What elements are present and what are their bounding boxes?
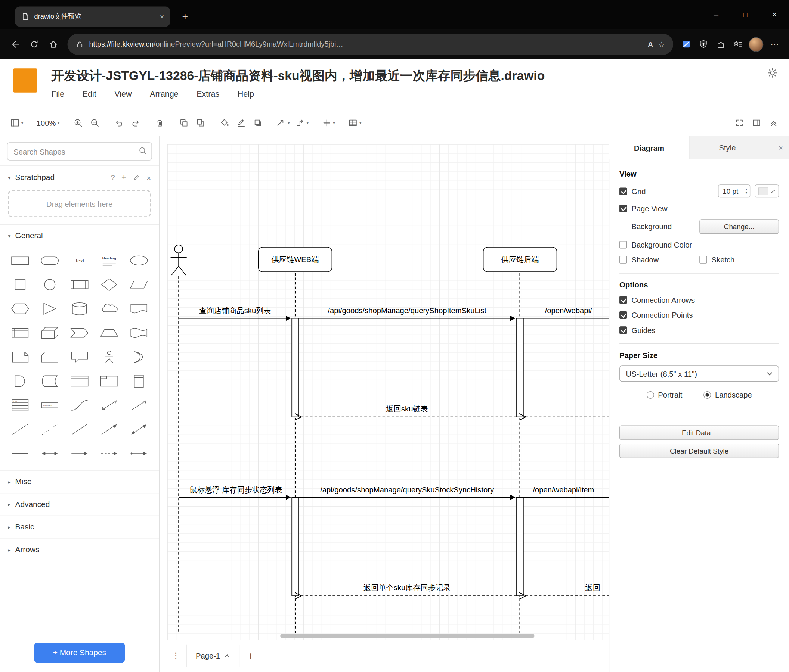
portrait-radio[interactable] bbox=[646, 391, 654, 399]
fullscreen-button[interactable] bbox=[732, 114, 746, 131]
shape-data-storage[interactable] bbox=[35, 369, 65, 393]
section-basic[interactable]: ▸Basic bbox=[0, 516, 159, 538]
edit-data-button[interactable]: Edit Data... bbox=[620, 425, 779, 440]
lifeline-backend[interactable]: 供应链后端 bbox=[483, 247, 557, 272]
section-general[interactable]: ▾ General bbox=[0, 225, 159, 247]
refresh-button[interactable] bbox=[25, 35, 43, 53]
collapse-button[interactable] bbox=[766, 114, 781, 131]
section-arrows[interactable]: ▸Arrows bbox=[0, 538, 159, 561]
shape-callout[interactable] bbox=[65, 346, 94, 368]
tab-close-icon[interactable]: × bbox=[160, 13, 164, 21]
page-tab[interactable]: Page-1 bbox=[186, 645, 240, 667]
shape-ellipse[interactable] bbox=[124, 249, 154, 272]
shape-list[interactable]: List bbox=[5, 394, 35, 417]
scratchpad-header[interactable]: ▾ Scratchpad ? + × bbox=[0, 166, 159, 189]
shape-parallelogram[interactable] bbox=[124, 273, 154, 296]
menu-extras[interactable]: Extras bbox=[196, 89, 219, 99]
shape-trapezoid[interactable] bbox=[94, 322, 125, 345]
shape-document[interactable] bbox=[124, 297, 154, 320]
diagram-canvas[interactable]: 供应链WEB端 供应链后端 查询店铺商品sku列表 /api/goods/sho… bbox=[160, 136, 609, 640]
lifeline-web[interactable]: 供应链WEB端 bbox=[258, 247, 332, 272]
message-return-sku-list[interactable]: 返回sku链表 bbox=[386, 404, 428, 414]
window-close-icon[interactable]: × bbox=[760, 0, 789, 29]
window-minimize-icon[interactable]: ─ bbox=[701, 0, 731, 29]
shape-line[interactable] bbox=[65, 418, 94, 441]
browser-menu-icon[interactable]: ⋯ bbox=[766, 39, 783, 49]
shape-arrow[interactable] bbox=[124, 394, 154, 417]
connection-points-checkbox[interactable] bbox=[620, 311, 627, 319]
grid-checkbox[interactable] bbox=[620, 188, 627, 195]
menu-edit[interactable]: Edit bbox=[83, 89, 96, 99]
insert-button[interactable]: ▾ bbox=[320, 114, 337, 131]
line-color-button[interactable] bbox=[234, 114, 249, 131]
shape-bidirectional-connector[interactable] bbox=[124, 418, 154, 441]
read-aloud-icon[interactable]: A bbox=[648, 40, 653, 49]
menu-file[interactable]: File bbox=[51, 89, 64, 99]
grid-size-input[interactable]: 10 pt ▴▾ bbox=[718, 185, 750, 197]
shield-extension-button[interactable] bbox=[695, 36, 711, 52]
connection-arrows-checkbox[interactable] bbox=[620, 296, 627, 304]
message-query-sku-list[interactable]: 查询店铺商品sku列表 bbox=[199, 306, 271, 316]
profile-avatar[interactable] bbox=[749, 37, 763, 51]
shape-text[interactable]: Text bbox=[65, 249, 94, 272]
shape-square[interactable] bbox=[5, 273, 35, 296]
section-misc[interactable]: ▸Misc bbox=[0, 470, 159, 493]
shape-actor[interactable] bbox=[94, 346, 125, 368]
shape-container[interactable] bbox=[65, 369, 94, 393]
shape-hexagon[interactable] bbox=[5, 297, 35, 320]
shadow-checkbox[interactable] bbox=[620, 256, 627, 264]
format-panel-toggle-button[interactable] bbox=[749, 114, 763, 131]
page-view-chec kbox[interactable] bbox=[620, 205, 627, 212]
horizontal-scrollbar[interactable] bbox=[280, 634, 534, 638]
favorite-star-icon[interactable]: ☆ bbox=[658, 40, 665, 49]
scratchpad-dropzone[interactable]: Drag elements here bbox=[8, 190, 151, 217]
shape-tape[interactable] bbox=[124, 322, 154, 345]
guides-checkbox[interactable] bbox=[620, 326, 627, 334]
shape-cylinder[interactable] bbox=[65, 297, 94, 320]
theme-toggle-button[interactable] bbox=[767, 67, 778, 80]
shape-endpoint-arrow[interactable] bbox=[124, 442, 154, 465]
fill-color-button[interactable] bbox=[217, 114, 232, 131]
scratchpad-close-icon[interactable]: × bbox=[147, 173, 151, 182]
message-api-query-sku-stock-sync-history[interactable]: /api/goods/shopManage/querySkuStockSyncH… bbox=[320, 485, 494, 494]
shape-horizontal-bidirectional-arrow[interactable] bbox=[35, 442, 65, 465]
stepper-down-icon[interactable]: ▾ bbox=[745, 191, 747, 194]
tab-diagram[interactable]: Diagram bbox=[609, 136, 689, 159]
menu-help[interactable]: Help bbox=[238, 89, 254, 99]
split-screen-button[interactable] bbox=[679, 36, 695, 52]
message-api-query-shop-item-sku-list[interactable]: /api/goods/shopManage/queryShopItemSkuLi… bbox=[327, 306, 486, 315]
address-bar[interactable]: https://file.kkview.cn/onlinePreview?url… bbox=[67, 33, 673, 55]
shape-internal-storage[interactable] bbox=[5, 322, 35, 345]
sketch-checkbox[interactable] bbox=[700, 256, 707, 264]
menu-arrange[interactable]: Arrange bbox=[150, 89, 179, 99]
shape-dotted-line[interactable] bbox=[35, 418, 65, 441]
scratchpad-help-icon[interactable]: ? bbox=[111, 174, 115, 182]
shape-directional-connector[interactable] bbox=[94, 418, 125, 441]
zoom-in-button[interactable] bbox=[70, 114, 86, 131]
shape-cube[interactable] bbox=[35, 322, 65, 345]
clear-default-style-button[interactable]: Clear Default Style bbox=[620, 444, 779, 458]
search-shapes-input[interactable] bbox=[7, 142, 152, 160]
new-tab-button[interactable]: + bbox=[182, 11, 188, 22]
shape-list-item[interactable]: List Item bbox=[35, 394, 65, 417]
scratchpad-edit-icon[interactable] bbox=[133, 174, 140, 181]
grid-color-button[interactable] bbox=[755, 185, 779, 197]
to-front-button[interactable] bbox=[176, 114, 191, 131]
favorites-bar-button[interactable] bbox=[730, 36, 746, 52]
shape-note[interactable] bbox=[5, 346, 35, 368]
back-button[interactable] bbox=[6, 35, 24, 53]
landscape-option[interactable]: Landscape bbox=[703, 391, 752, 400]
shape-process[interactable] bbox=[65, 273, 94, 296]
undo-button[interactable] bbox=[111, 114, 126, 131]
shape-vertical-container[interactable] bbox=[124, 369, 154, 393]
landscape-radio[interactable] bbox=[703, 391, 711, 399]
shape-dashed-line[interactable] bbox=[5, 418, 35, 441]
shape-rounded-rectangle[interactable] bbox=[35, 249, 65, 272]
zoom-level-dropdown[interactable]: 100%▾ bbox=[34, 114, 62, 131]
to-back-button[interactable] bbox=[193, 114, 208, 131]
shape-horizontal-arrow[interactable] bbox=[65, 442, 94, 465]
shape-card[interactable] bbox=[35, 346, 65, 368]
shape-cloud[interactable] bbox=[94, 297, 125, 320]
pages-menu-icon[interactable]: ⋮ bbox=[166, 650, 186, 661]
shape-thick-line[interactable] bbox=[5, 442, 35, 465]
